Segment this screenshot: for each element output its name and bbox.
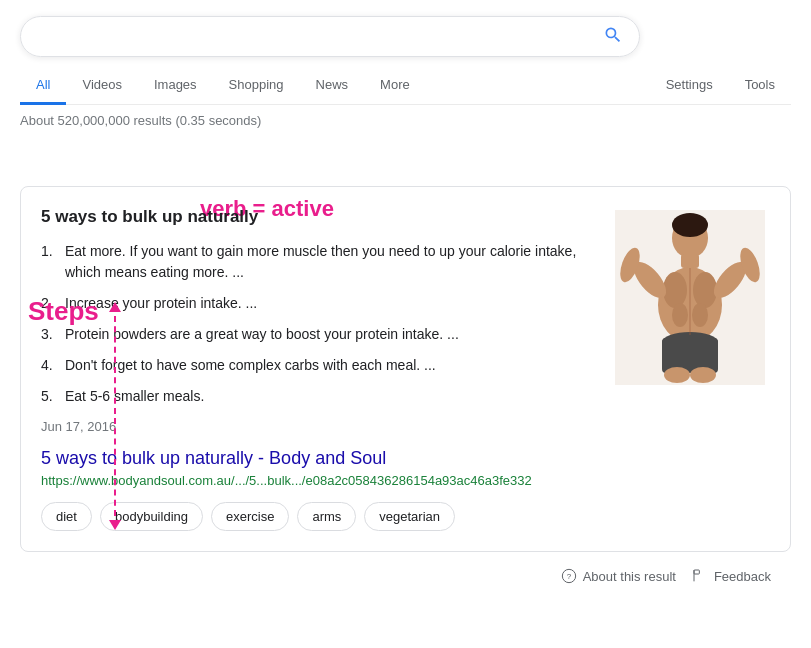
result-steps-list: 1. Eat more. If you want to gain more mu… bbox=[41, 241, 590, 407]
result-card-title: 5 ways to bulk up naturally bbox=[41, 207, 590, 227]
question-icon: ? bbox=[561, 568, 577, 584]
tag-vegetarian[interactable]: vegetarian bbox=[364, 502, 455, 531]
feedback-item[interactable]: Feedback bbox=[692, 568, 771, 584]
tab-tools[interactable]: Tools bbox=[729, 67, 791, 105]
tag-bodybuilding[interactable]: bodybuilding bbox=[100, 502, 203, 531]
svg-point-6 bbox=[693, 272, 717, 308]
result-step-3: 3. Protein powders are a great way to bo… bbox=[41, 324, 590, 345]
svg-point-5 bbox=[663, 272, 687, 308]
nav-right: Settings Tools bbox=[650, 67, 791, 104]
result-step-2: 2. Increase your protein intake. ... bbox=[41, 293, 590, 314]
result-footer: ? About this result Feedback bbox=[20, 558, 791, 594]
result-url: https://www.bodyandsoul.com.au/.../5...b… bbox=[41, 473, 770, 488]
step-text-1: Eat more. If you want to gain more muscl… bbox=[65, 241, 590, 283]
step-num-3: 3. bbox=[41, 324, 65, 345]
nav-left: All Videos Images Shopping News More bbox=[20, 67, 426, 104]
about-result-item[interactable]: ? About this result bbox=[561, 568, 676, 584]
search-input[interactable]: how to bulk bbox=[37, 28, 595, 46]
svg-point-15 bbox=[664, 367, 690, 383]
svg-point-8 bbox=[692, 303, 708, 327]
result-step-5: 5. Eat 5-6 smaller meals. bbox=[41, 386, 590, 407]
step-num-2: 2. bbox=[41, 293, 65, 314]
muscle-figure-svg bbox=[615, 210, 765, 385]
step-text-3: Protein powders are a great way to boost… bbox=[65, 324, 590, 345]
svg-text:?: ? bbox=[566, 572, 571, 581]
result-link-title[interactable]: 5 ways to bulk up naturally - Body and S… bbox=[41, 448, 770, 469]
nav-tabs: All Videos Images Shopping News More Set… bbox=[20, 67, 791, 105]
step-text-2: Increase your protein intake. ... bbox=[65, 293, 590, 314]
result-count: About 520,000,000 results (0.35 seconds) bbox=[0, 105, 811, 136]
result-image bbox=[610, 207, 770, 387]
about-result-label: About this result bbox=[583, 569, 676, 584]
flag-icon bbox=[692, 568, 708, 584]
tab-shopping[interactable]: Shopping bbox=[213, 67, 300, 105]
search-box[interactable]: how to bulk bbox=[20, 16, 640, 57]
tab-settings[interactable]: Settings bbox=[650, 67, 729, 105]
svg-rect-20 bbox=[694, 570, 699, 574]
main-content: verb = active Steps 5 ways to bulk up na… bbox=[0, 186, 811, 594]
svg-point-2 bbox=[672, 213, 708, 237]
result-date: Jun 17, 2016 bbox=[41, 419, 590, 434]
search-button[interactable] bbox=[603, 25, 623, 48]
result-content: 5 ways to bulk up naturally 1. Eat more.… bbox=[41, 207, 590, 434]
tag-diet[interactable]: diet bbox=[41, 502, 92, 531]
step-text-4: Don't forget to have some complex carbs … bbox=[65, 355, 590, 376]
result-step-4: 4. Don't forget to have some complex car… bbox=[41, 355, 590, 376]
tab-more[interactable]: More bbox=[364, 67, 426, 105]
tab-all[interactable]: All bbox=[20, 67, 66, 105]
svg-point-7 bbox=[672, 303, 688, 327]
feedback-label: Feedback bbox=[714, 569, 771, 584]
result-card-inner: 5 ways to bulk up naturally 1. Eat more.… bbox=[41, 207, 770, 434]
tab-videos[interactable]: Videos bbox=[66, 67, 138, 105]
search-icon bbox=[603, 25, 623, 45]
tab-news[interactable]: News bbox=[300, 67, 365, 105]
tag-arms[interactable]: arms bbox=[297, 502, 356, 531]
step-num-5: 5. bbox=[41, 386, 65, 407]
step-text-5: Eat 5-6 smaller meals. bbox=[65, 386, 590, 407]
svg-rect-3 bbox=[681, 254, 699, 268]
result-card: 5 ways to bulk up naturally 1. Eat more.… bbox=[20, 186, 791, 552]
tag-exercise[interactable]: exercise bbox=[211, 502, 289, 531]
result-step-1: 1. Eat more. If you want to gain more mu… bbox=[41, 241, 590, 283]
svg-point-16 bbox=[690, 367, 716, 383]
svg-rect-14 bbox=[662, 338, 718, 373]
tab-images[interactable]: Images bbox=[138, 67, 213, 105]
result-tags: diet bodybuilding exercise arms vegetari… bbox=[41, 502, 770, 531]
result-link-row: 5 ways to bulk up naturally - Body and S… bbox=[41, 448, 770, 488]
step-num-1: 1. bbox=[41, 241, 65, 262]
step-num-4: 4. bbox=[41, 355, 65, 376]
